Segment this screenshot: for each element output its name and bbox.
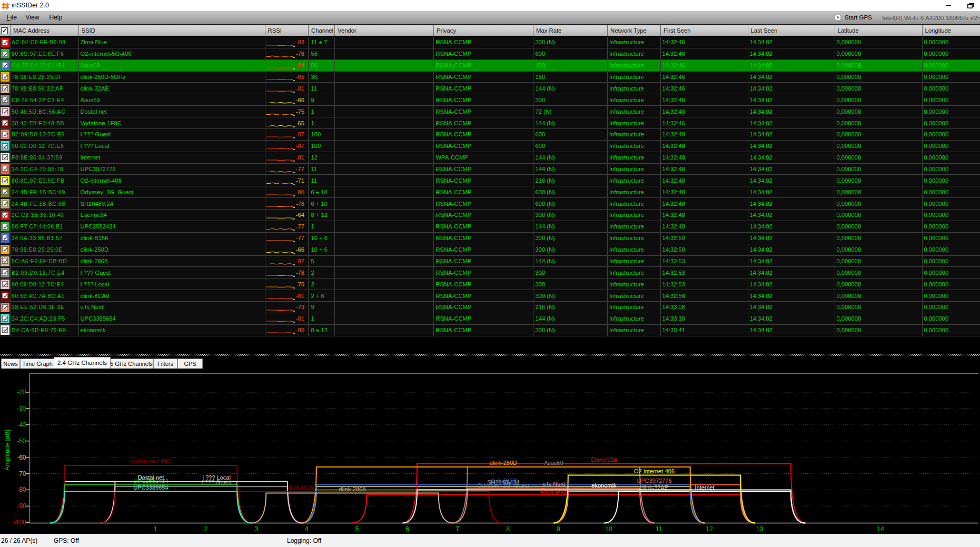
svg-text:6: 6: [405, 525, 409, 533]
svg-text:-40: -40: [17, 421, 26, 429]
svg-text:14: 14: [877, 525, 884, 533]
svg-text:| ??? Local: | ??? Local: [202, 474, 231, 481]
svg-text:ekonomik: ekonomik: [591, 482, 617, 489]
svg-text:oTc Next: oTc Next: [542, 481, 565, 487]
svg-text:-60: -60: [17, 454, 26, 461]
svg-text:4: 4: [305, 525, 309, 533]
svg-text:dlink-250D: dlink-250D: [489, 460, 517, 466]
svg-text:-50: -50: [17, 437, 26, 445]
svg-text:Asus59: Asus59: [544, 460, 563, 466]
svg-text:13: 13: [756, 525, 764, 533]
svg-text:-30: -30: [17, 405, 26, 412]
svg-text:dlink-B156: dlink-B156: [490, 478, 517, 484]
svg-text:Amplitude [dB]: Amplitude [dB]: [4, 430, 11, 471]
svg-text:10: 10: [605, 525, 612, 533]
svg-text:9: 9: [557, 525, 560, 533]
svg-text:UPC3389654: UPC3389654: [133, 484, 168, 491]
svg-text:O2-internet-406: O2-internet-406: [634, 468, 675, 474]
svg-text:11: 11: [656, 525, 662, 533]
svg-text:8: 8: [506, 525, 510, 533]
svg-text:-80: -80: [17, 486, 26, 493]
svg-text:1: 1: [154, 525, 157, 533]
svg-text:Vodafone-1F9C: Vodafone-1F9C: [131, 458, 171, 464]
svg-text:12: 12: [706, 525, 713, 533]
svg-text:5: 5: [355, 525, 359, 533]
svg-text:-100: -100: [13, 519, 26, 526]
svg-text:UPC2552434: UPC2552434: [133, 478, 168, 484]
svg-text:dlink-8CA0: dlink-8CA0: [288, 484, 316, 491]
svg-text:7: 7: [456, 525, 460, 533]
svg-text:2: 2: [204, 525, 208, 533]
svg-text:-90: -90: [17, 502, 26, 510]
svg-text:-70: -70: [17, 470, 26, 478]
svg-text:3: 3: [254, 525, 258, 533]
svg-text:UPC3972776: UPC3972776: [637, 478, 671, 484]
svg-text:-20: -20: [17, 389, 26, 396]
svg-text:Etienne24: Etienne24: [591, 456, 617, 463]
